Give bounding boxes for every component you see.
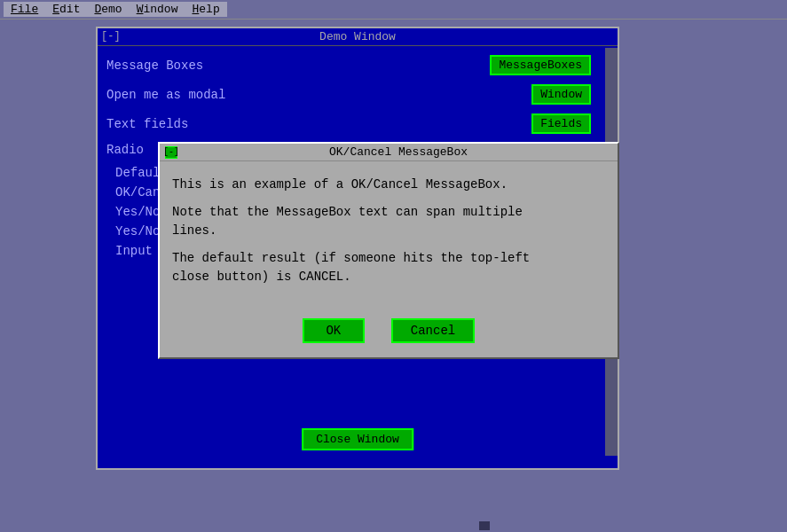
messagebox-title: OK/Cancel MessageBox [185,145,612,159]
messagebox-body: This is an example of a OK/Cancel Messag… [160,161,618,309]
messagebox-buttons: OK Cancel [160,309,618,357]
menubar: File Edit Demo Window Help [0,0,787,20]
bottom-scrollbar [0,520,787,532]
btn-fields[interactable]: Fields [531,113,591,134]
demo-window-title: Demo Window [319,30,396,43]
label-radio: Radio [106,143,144,157]
menu-help[interactable]: Help [185,2,226,17]
bottom-scroll-thumb[interactable] [479,521,490,530]
row-message-boxes: Message Boxes MessageBoxes [106,55,609,75]
btn-window[interactable]: Window [531,84,591,105]
ok-button[interactable]: OK [303,318,365,343]
messagebox-titlebar: [-] OK/Cancel MessageBox [160,144,618,161]
messagebox-line1: This is an example of a OK/Cancel Messag… [172,176,605,194]
demo-window-close-icon[interactable]: [-] [101,30,121,43]
menu-window[interactable]: Window [130,2,185,17]
row-text-fields: Text fields Fields [106,113,609,134]
row-open-modal: Open me as modal Window [106,84,609,105]
messagebox-close-icon[interactable]: [-] [165,146,177,159]
label-text-fields: Text fields [106,117,188,131]
cancel-button[interactable]: Cancel [391,318,475,343]
demo-window-titlebar: [-] Demo Window [98,28,618,46]
label-open-modal: Open me as modal [106,88,225,102]
menu-demo[interactable]: Demo [87,2,129,17]
menu-file[interactable]: File [4,2,45,17]
messagebox-dialog: [-] OK/Cancel MessageBox This is an exam… [158,142,619,359]
close-window-button[interactable]: Close Window [302,428,413,450]
messagebox-line2: Note that the MessageBox text can span m… [172,203,605,240]
btn-messageboxes[interactable]: MessageBoxes [490,55,591,75]
messagebox-line3: The default result (if someone hits the … [172,249,605,286]
label-message-boxes: Message Boxes [106,59,203,73]
menu-edit[interactable]: Edit [45,2,87,17]
